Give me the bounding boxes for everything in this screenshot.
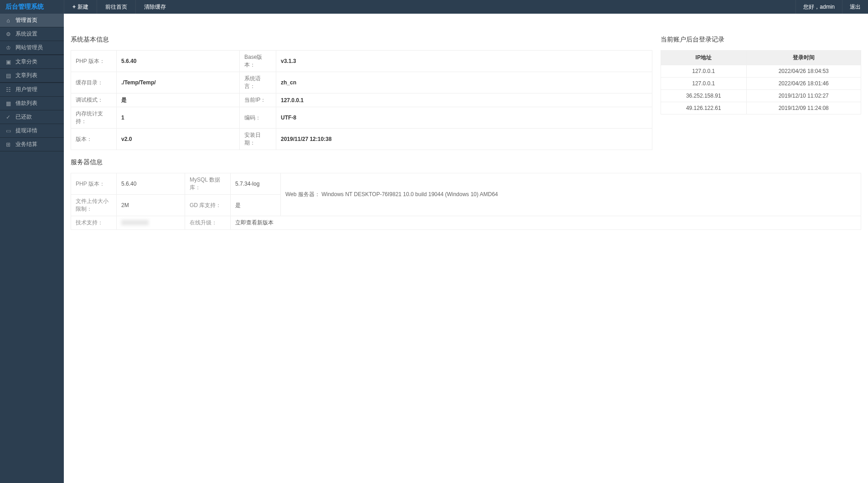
login-header-time: 登录时间 — [746, 51, 861, 65]
login-ip: 127.0.0.1 — [661, 65, 747, 78]
info-value: 2019/11/27 12:10:38 — [276, 129, 652, 150]
header-right: 您好，admin 退出 — [796, 0, 868, 14]
sidebar-item-1[interactable]: ⚙系统设置 — [0, 27, 64, 41]
sidebar-item-label: 网站管理员 — [16, 44, 43, 52]
sidebar-item-label: 系统设置 — [16, 30, 37, 38]
home-icon: ⌂ — [5, 17, 12, 24]
sidebar-item-label: 借款列表 — [16, 99, 37, 107]
logout-button[interactable]: 退出 — [842, 0, 868, 14]
goto-home-button[interactable]: 前往首页 — [97, 0, 135, 14]
php-value: 5.6.40 — [117, 173, 185, 195]
info-label: 调试模式： — [71, 93, 117, 107]
header-nav: + 新建 前往首页 清除缓存 — [64, 0, 174, 14]
upgrade-cell: 立即查看新版本 — [231, 216, 861, 230]
check-icon: ✓ — [5, 114, 12, 121]
greeting: 您好，admin — [796, 0, 842, 14]
sidebar-item-8[interactable]: ▭提现详情 — [0, 124, 64, 138]
mysql-label: MySQL 数据库： — [185, 173, 231, 195]
server-info-title: 服务器信息 — [71, 158, 861, 166]
sidebar-item-4[interactable]: ▤文章列表 — [0, 69, 64, 83]
gd-label: GD 库支持： — [185, 195, 231, 216]
sidebar-item-6[interactable]: ▦借款列表 — [0, 97, 64, 110]
logo: 后台管理系统 — [0, 3, 64, 11]
login-records-title: 当前账户后台登录记录 — [661, 36, 861, 44]
upgrade-link[interactable]: 立即查看新版本 — [235, 219, 274, 226]
info-value: 1 — [117, 107, 240, 129]
server-info-table: PHP 版本： 5.6.40 MySQL 数据库： 5.7.34-log Web… — [71, 173, 861, 230]
login-ip: 49.126.122.61 — [661, 102, 747, 114]
header: 后台管理系统 + 新建 前往首页 清除缓存 您好，admin 退出 — [0, 0, 868, 14]
info-label: 编码： — [240, 107, 276, 129]
tech-support-value — [117, 216, 185, 230]
table-row: 内存统计支持：1编码：UTF-8 — [71, 107, 652, 129]
upgrade-label: 在线升级： — [185, 216, 231, 230]
info-label: 版本： — [71, 129, 117, 150]
sidebar-item-2[interactable]: ♔网站管理员 — [0, 41, 64, 55]
php-label: PHP 版本： — [71, 173, 117, 195]
login-time: 2022/04/26 18:01:46 — [746, 78, 861, 90]
sidebar-item-label: 用户管理 — [16, 86, 37, 93]
card-icon: ▭ — [5, 127, 12, 135]
table-row: 36.252.158.912019/12/10 11:02:27 — [661, 90, 861, 102]
goto-home-label: 前往首页 — [105, 3, 127, 11]
info-label: PHP 版本： — [71, 51, 117, 72]
login-time: 2019/12/09 11:24:08 — [746, 102, 861, 114]
gear-icon: ⚙ — [5, 31, 12, 38]
new-button[interactable]: + 新建 — [64, 0, 97, 14]
web-server-value: Windows NT DESKTOP-76I9821 10.0 build 19… — [321, 191, 498, 197]
sidebar-item-7[interactable]: ✓已还款 — [0, 110, 64, 124]
upload-label: 文件上传大小限制： — [71, 195, 117, 216]
login-time: 2019/12/10 11:02:27 — [746, 90, 861, 102]
table-row: 调试模式：是当前IP：127.0.0.1 — [71, 93, 652, 107]
web-server-label: Web 服务器： — [285, 191, 320, 197]
sidebar-item-label: 管理首页 — [16, 16, 37, 24]
info-label: 内存统计支持： — [71, 107, 117, 129]
gd-value: 是 — [231, 195, 281, 216]
table-row: 127.0.0.12022/04/26 18:01:46 — [661, 78, 861, 90]
doc-icon: ▤ — [5, 72, 12, 79]
table-row: PHP 版本：5.6.40Base版本：v3.1.3 — [71, 51, 652, 72]
info-label: 安装日期： — [240, 129, 276, 150]
table-row: 缓存目录：./Temp/Temp/系统语言：zh_cn — [71, 72, 652, 93]
folder-icon: ▣ — [5, 58, 12, 66]
mysql-value: 5.7.34-log — [231, 173, 281, 195]
table-row: 49.126.122.612019/12/09 11:24:08 — [661, 102, 861, 114]
plus-icon: + — [72, 4, 76, 10]
calc-icon: ⊞ — [5, 141, 12, 148]
sidebar-item-label: 提现详情 — [16, 127, 37, 135]
system-info-title: 系统基本信息 — [71, 36, 652, 44]
system-info-table: PHP 版本：5.6.40Base版本：v3.1.3缓存目录：./Temp/Te… — [71, 50, 652, 150]
sidebar-item-label: 文章分类 — [16, 58, 37, 66]
sidebar-item-3[interactable]: ▣文章分类 — [0, 55, 64, 69]
info-value: ./Temp/Temp/ — [117, 72, 240, 93]
table-row: 版本：v2.0安装日期：2019/11/27 12:10:38 — [71, 129, 652, 150]
upload-value: 2M — [117, 195, 185, 216]
sidebar-item-9[interactable]: ⊞业务结算 — [0, 138, 64, 151]
login-header-ip: IP地址 — [661, 51, 747, 65]
table-row: 127.0.0.12022/04/26 18:04:53 — [661, 65, 861, 78]
info-value: zh_cn — [276, 72, 652, 93]
info-label: 缓存目录： — [71, 72, 117, 93]
web-server-cell: Web 服务器： Windows NT DESKTOP-76I9821 10.0… — [281, 173, 861, 216]
clear-cache-button[interactable]: 清除缓存 — [135, 0, 174, 14]
sidebar-item-label: 业务结算 — [16, 140, 37, 148]
grid-icon: ▦ — [5, 100, 12, 107]
new-label: 新建 — [78, 3, 88, 11]
clear-cache-label: 清除缓存 — [144, 3, 166, 11]
login-time: 2022/04/26 18:04:53 — [746, 65, 861, 78]
main: 系统基本信息 PHP 版本：5.6.40Base版本：v3.1.3缓存目录：./… — [64, 27, 868, 234]
info-value: 是 — [117, 93, 240, 107]
sidebar-item-label: 文章列表 — [16, 72, 37, 79]
sidebar: ⌂管理首页⚙系统设置♔网站管理员▣文章分类▤文章列表☷用户管理▦借款列表✓已还款… — [0, 14, 64, 234]
info-label: 系统语言： — [240, 72, 276, 93]
login-ip: 127.0.0.1 — [661, 78, 747, 90]
info-value: 5.6.40 — [117, 51, 240, 72]
info-value: 127.0.0.1 — [276, 93, 652, 107]
login-records-table: IP地址登录时间127.0.0.12022/04/26 18:04:53127.… — [661, 50, 861, 114]
sidebar-item-5[interactable]: ☷用户管理 — [0, 83, 64, 97]
info-value: v2.0 — [117, 129, 240, 150]
tech-support-label: 技术支持： — [71, 216, 117, 230]
info-value: UTF-8 — [276, 107, 652, 129]
sidebar-item-0[interactable]: ⌂管理首页 — [0, 14, 64, 27]
user-icon: ♔ — [5, 44, 12, 52]
